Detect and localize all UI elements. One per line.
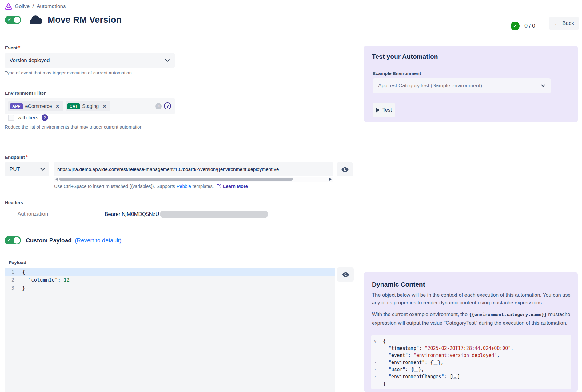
environment-filter-label: Environment Filter — [5, 90, 46, 96]
tag-name: eCommerce — [25, 104, 52, 109]
example-environment-select[interactable]: AppTest CategoryTest (Sample environment… — [373, 78, 551, 93]
learn-more-link[interactable]: Learn More — [223, 184, 248, 189]
redacted-token-blob — [160, 211, 268, 218]
env-filter-tag-ecommerce: APP eCommerce ✕ — [8, 101, 63, 111]
title-row: ✓ Move RM Version — [5, 15, 122, 25]
preview-payload-button[interactable] — [337, 267, 354, 282]
custom-payload-toggle[interactable]: ✓ — [5, 236, 21, 244]
context-json-viewer[interactable]: v { "timestamp": "2025-02-20T17:28:44.02… — [371, 335, 571, 389]
execution-counter: 0 / 0 — [524, 23, 535, 29]
scroll-right-arrow-icon[interactable] — [329, 178, 332, 181]
json-line-event: "event": "environment:version_deployed", — [371, 352, 571, 359]
event-select-value: Version deployed — [10, 57, 165, 64]
toggle-knob — [14, 237, 20, 244]
test-panel-title: Test your Automation — [372, 53, 438, 60]
url-scrollbar-thumb[interactable] — [59, 178, 293, 181]
expand-ellipsis-chip[interactable]: … — [452, 374, 457, 379]
collapse-arrow-icon[interactable]: v — [371, 338, 379, 345]
environment-filter-helper-text: Reduce the list of environments that may… — [5, 124, 142, 129]
json-string-value: "2025-02-20T17:28:44.024+00:00" — [425, 346, 511, 351]
required-asterisk: * — [26, 155, 28, 160]
environment-filter-field[interactable]: APP eCommerce ✕ CAT Staging ✕ ✕ ? — [5, 98, 175, 114]
toggle-check-icon: ✓ — [8, 17, 11, 22]
required-asterisk: * — [18, 45, 20, 50]
back-button[interactable]: ← Back — [549, 17, 579, 30]
line-number: 1 — [5, 268, 18, 276]
mustache-expression: {{environment.category.name}} — [469, 312, 547, 317]
event-helper-text: Type of event that may trigger execution… — [5, 70, 132, 75]
test-button-label: Test — [382, 107, 392, 113]
dynamic-content-panel: Dynamic Content The object below will be… — [364, 272, 578, 392]
expand-arrow-icon[interactable]: › — [371, 373, 379, 380]
header-value: Bearer NjM0MDQ5NzU — [105, 211, 268, 218]
editor-line-3[interactable]: 3 } — [5, 284, 335, 292]
chevron-down-icon — [541, 84, 545, 87]
json-number: 12 — [64, 277, 70, 283]
json-line-timestamp: "timestamp": "2025-02-20T17:28:44.024+00… — [371, 345, 571, 352]
breadcrumb-golive[interactable]: Golive — [15, 3, 30, 10]
help-circle-filled-icon[interactable]: ? — [42, 114, 48, 121]
with-tiers-label: with tiers — [18, 115, 38, 121]
example-environment-label: Example Environment — [373, 71, 421, 76]
test-button[interactable]: Test — [373, 103, 395, 117]
env-filter-tag-staging: CAT Staging ✕ — [66, 101, 110, 111]
endpoint-label: Endpoint* — [5, 155, 28, 160]
breadcrumb: Golive / Automations — [5, 3, 66, 10]
dynamic-content-paragraph-2: With the current example environment, th… — [372, 310, 573, 327]
editor-line-1[interactable]: 1 { — [5, 268, 335, 276]
example-environment-value: AppTest CategoryTest (Sample environment… — [378, 83, 541, 89]
tag-remove-icon[interactable]: ✕ — [56, 104, 60, 109]
tag-remove-icon[interactable]: ✕ — [102, 104, 106, 109]
helper-prefix: Use Ctrl+Space to insert mustached {{var… — [54, 184, 175, 189]
chevron-down-icon — [165, 59, 170, 62]
help-circle-outline-icon[interactable]: ? — [164, 102, 171, 109]
toggle-knob — [14, 17, 20, 23]
play-icon — [376, 108, 380, 113]
expand-ellipsis-chip[interactable]: … — [433, 360, 438, 365]
chevron-down-icon — [40, 168, 45, 171]
eye-icon — [342, 272, 349, 277]
custom-payload-label: Custom Payload — [26, 237, 72, 244]
json-line-close: } — [371, 380, 571, 387]
pebble-link[interactable]: Pebble — [177, 184, 191, 189]
url-horizontal-scrollbar[interactable] — [54, 177, 333, 182]
automation-enabled-toggle[interactable]: ✓ — [5, 16, 21, 24]
headers-section-label: Headers — [5, 200, 23, 205]
success-check-icon: ✓ — [511, 22, 520, 30]
tag-badge-cat: CAT — [67, 103, 80, 109]
json-line-open: v { — [371, 338, 571, 345]
with-tiers-row: with tiers ? — [8, 114, 48, 121]
json-line-user: › "user": {…}, — [371, 366, 571, 373]
editor-line-2[interactable]: 2 "columnId": 12 — [5, 276, 335, 284]
http-method-value: PUT — [10, 166, 40, 172]
authorization-value: Bearer NjM0MDQ5NzU — [105, 211, 159, 217]
tag-name: Staging — [82, 104, 99, 109]
expand-ellipsis-chip[interactable]: … — [413, 367, 418, 372]
event-label: Event* — [5, 45, 20, 51]
expand-arrow-icon[interactable]: › — [371, 359, 379, 366]
dynamic-content-paragraph-1: The object below will be in the context … — [372, 291, 572, 307]
golive-logo-icon — [5, 3, 12, 10]
execution-status: ✓ 0 / 0 — [511, 22, 535, 30]
dynamic-content-title: Dynamic Content — [372, 281, 425, 288]
preview-url-button[interactable] — [337, 162, 353, 176]
header-name: Authorization — [18, 211, 48, 217]
payload-code-editor[interactable]: 1 { 2 "columnId": 12 3 } — [5, 268, 335, 392]
helper-suffix: templates. — [193, 184, 214, 189]
event-select[interactable]: Version deployed — [5, 53, 175, 68]
http-method-select[interactable]: PUT — [5, 162, 49, 176]
page-title: Move RM Version — [48, 15, 122, 25]
expand-arrow-icon[interactable]: › — [371, 366, 379, 373]
json-key: "columnId" — [28, 277, 58, 283]
json-string-value: "environment:version_deployed" — [413, 353, 497, 358]
with-tiers-checkbox[interactable] — [8, 115, 14, 121]
endpoint-url-input[interactable]: https://jira.demo.apwide.com/rest/releas… — [54, 162, 333, 176]
revert-to-default-link[interactable]: (Revert to default) — [75, 237, 122, 244]
tag-badge-app: APP — [10, 103, 23, 109]
breadcrumb-automations[interactable]: Automations — [37, 3, 66, 10]
custom-payload-row: ✓ Custom Payload (Revert to default) — [5, 236, 122, 244]
scroll-left-arrow-icon[interactable] — [55, 178, 58, 181]
external-link-icon — [217, 184, 221, 188]
back-arrow-icon: ← — [554, 20, 560, 27]
clear-filter-icon[interactable]: ✕ — [155, 103, 162, 109]
